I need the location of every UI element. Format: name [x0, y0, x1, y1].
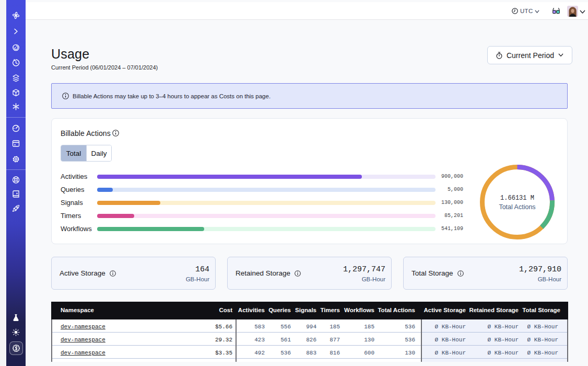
svg-text:Total Actions: Total Actions [499, 203, 535, 211]
svg-text:1.66131 M: 1.66131 M [500, 195, 534, 202]
